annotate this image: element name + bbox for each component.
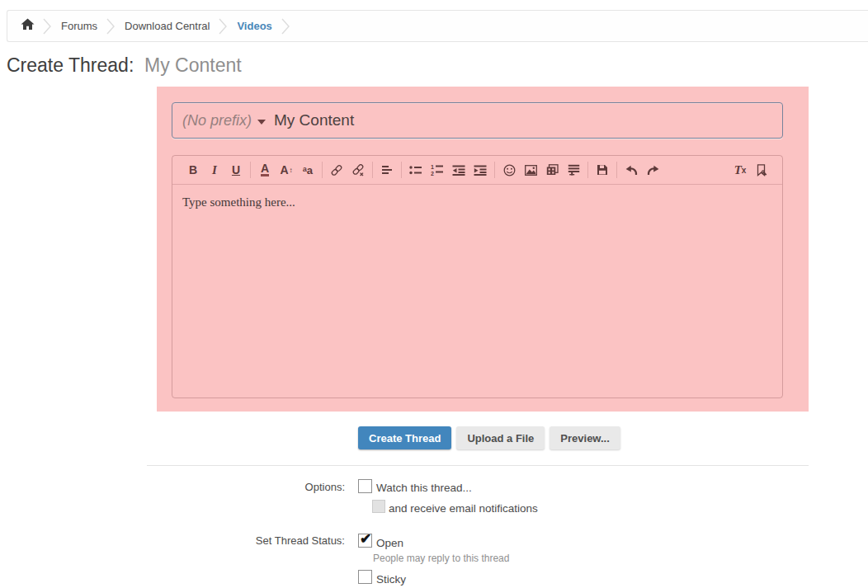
alignment-button[interactable] — [376, 160, 398, 180]
link-icon — [330, 164, 343, 176]
thread-title-input[interactable] — [274, 111, 772, 129]
open-status-checkbox[interactable]: ✔ — [358, 534, 372, 548]
redo-button[interactable] — [642, 160, 663, 180]
svg-text:1: 1 — [431, 164, 434, 170]
font-size-button[interactable]: A — [276, 160, 297, 180]
page-title: Create Thread: My Content — [7, 54, 242, 77]
text-color-button[interactable]: A — [254, 160, 276, 180]
bullet-list-icon — [409, 165, 422, 176]
remove-formatting-x: x — [742, 166, 747, 175]
insert-image-button[interactable] — [520, 160, 541, 180]
breadcrumb-item-download-central[interactable]: Download Central — [116, 20, 219, 32]
mode-group: Tx — [729, 160, 772, 180]
message-editor: B I U A A ᵃa — [172, 155, 783, 398]
ordered-list-button[interactable]: 12 — [427, 160, 448, 180]
smilies-button[interactable] — [498, 160, 520, 180]
options-section-label: Options: — [180, 481, 345, 493]
unlink-icon — [351, 164, 365, 176]
email-notifications-label: and receive email notifications — [389, 502, 538, 515]
breadcrumb-separator-icon — [281, 11, 290, 41]
watch-thread-label[interactable]: Watch this thread... — [376, 482, 472, 494]
undo-icon — [625, 165, 639, 176]
open-status-hint: People may reply to this thread — [373, 553, 509, 564]
insert-media-button[interactable] — [541, 160, 563, 180]
indent-button[interactable] — [469, 160, 491, 180]
toolbar-separator — [616, 162, 617, 178]
prefix-dropdown-label: (No prefix) — [182, 112, 252, 129]
bbcode-editor-button[interactable] — [751, 160, 772, 180]
breadcrumb-separator-icon — [219, 11, 228, 41]
open-status-label[interactable]: Open — [376, 537, 403, 549]
font-family-button[interactable]: ᵃa — [297, 160, 318, 180]
remove-link-button[interactable] — [347, 160, 369, 180]
sticky-label[interactable]: Sticky — [376, 573, 406, 586]
remove-formatting-icon: T — [734, 163, 742, 177]
bbcode-editor-icon — [756, 164, 767, 176]
save-draft-button[interactable] — [592, 160, 613, 180]
align-group — [376, 160, 398, 180]
sticky-checkbox[interactable] — [358, 570, 372, 584]
thread-title-field: (No prefix) — [172, 102, 783, 139]
insert-group — [498, 160, 584, 180]
svg-text:2: 2 — [431, 171, 434, 176]
toolbar-separator — [372, 162, 373, 178]
indent-icon — [474, 165, 487, 176]
align-left-icon — [381, 165, 393, 176]
form-actions: Create Thread Upload a File Preview... — [358, 426, 620, 449]
underline-button[interactable]: U — [225, 160, 247, 180]
create-thread-page: Forums Download Central Videos Create Th… — [0, 0, 868, 588]
drafts-group — [592, 160, 613, 180]
outdent-icon — [452, 165, 465, 176]
prefix-dropdown[interactable]: (No prefix) — [182, 112, 274, 129]
toolbar-separator — [494, 162, 495, 178]
image-icon — [525, 165, 537, 176]
redo-icon — [646, 165, 660, 176]
list-group: 12 — [405, 160, 491, 180]
section-divider — [147, 465, 809, 466]
toolbar-separator — [322, 162, 323, 178]
toolbar-separator — [587, 162, 588, 178]
insert-block-button[interactable] — [563, 160, 584, 180]
caret-down-icon — [257, 120, 266, 125]
bold-button[interactable]: B — [182, 160, 204, 180]
email-notifications-checkbox — [372, 500, 385, 513]
outdent-button[interactable] — [448, 160, 469, 180]
unordered-list-button[interactable] — [405, 160, 427, 180]
preview-button[interactable]: Preview... — [550, 426, 620, 449]
editor-toolbar: B I U A A ᵃa — [172, 156, 782, 185]
media-icon — [546, 164, 559, 176]
numbered-list-icon: 12 — [431, 164, 444, 176]
page-title-prefix: Create Thread: — [7, 54, 134, 76]
italic-button[interactable]: I — [204, 160, 225, 180]
breadcrumb: Forums Download Central Videos — [7, 10, 868, 42]
breadcrumb-separator-icon — [106, 11, 116, 41]
insert-block-icon — [568, 164, 580, 176]
create-thread-button[interactable]: Create Thread — [358, 426, 451, 449]
upload-file-button[interactable]: Upload a File — [456, 426, 545, 449]
breadcrumb-item-forums[interactable]: Forums — [52, 20, 106, 32]
undo-button[interactable] — [620, 160, 642, 180]
insert-link-button[interactable] — [326, 160, 347, 180]
breadcrumb-item-videos[interactable]: Videos — [228, 20, 281, 32]
checkmark-icon: ✔ — [360, 530, 371, 548]
thread-status-section-label: Set Thread Status: — [180, 534, 345, 547]
page-title-thread-name-text: My Content — [144, 54, 242, 76]
history-group — [620, 160, 663, 180]
watch-thread-checkbox[interactable] — [358, 479, 372, 493]
save-icon — [597, 164, 608, 176]
font-group: A A ᵃa — [254, 160, 318, 180]
remove-formatting-button[interactable]: Tx — [729, 160, 751, 180]
link-group — [326, 160, 369, 180]
toolbar-separator — [250, 162, 251, 178]
text-color-icon: A — [261, 163, 269, 176]
breadcrumb-separator-icon — [43, 11, 52, 41]
editor-body[interactable]: Type something here... — [172, 185, 782, 397]
smiley-icon — [503, 164, 516, 176]
toolbar-separator — [401, 162, 402, 178]
home-icon — [21, 18, 35, 34]
breadcrumb-home-link[interactable] — [19, 18, 43, 34]
format-group: B I U — [182, 160, 247, 180]
